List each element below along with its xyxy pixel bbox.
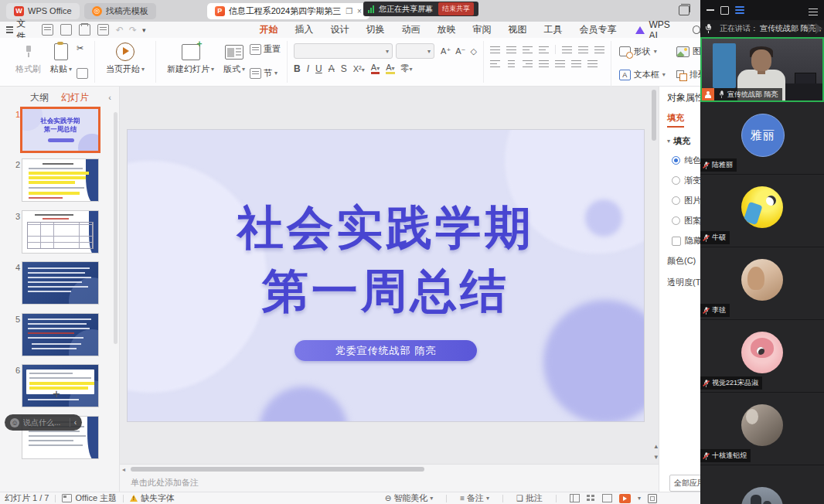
- shadow-button[interactable]: S: [341, 63, 347, 74]
- line-spacing-icon[interactable]: [578, 46, 588, 54]
- slide-thumbnail-4[interactable]: [22, 261, 99, 305]
- bullet-list-icon[interactable]: [490, 46, 500, 54]
- decrease-font-icon[interactable]: A⁻: [455, 46, 465, 56]
- section-button[interactable]: 节▾: [250, 67, 281, 79]
- collapse-panel-icon[interactable]: ‹: [108, 93, 111, 102]
- window-restore-button[interactable]: [679, 5, 690, 15]
- bold-button[interactable]: B: [294, 63, 301, 74]
- hscroll-left-icon[interactable]: ◂: [122, 466, 125, 473]
- tab-tools[interactable]: 工具: [535, 22, 570, 38]
- undo-icon[interactable]: ↶: [116, 25, 124, 36]
- normal-view-icon[interactable]: [570, 494, 580, 502]
- underline-button[interactable]: U: [315, 63, 322, 74]
- slide-title[interactable]: 社会实践学期 第一周总结: [128, 196, 644, 323]
- slide-thumbnail-2[interactable]: [22, 158, 99, 202]
- participant-tile[interactable]: 牛硕: [700, 175, 824, 247]
- beautify-button[interactable]: ⊖智能美化▾: [385, 492, 433, 504]
- italic-button[interactable]: I: [307, 63, 309, 74]
- number-list-icon[interactable]: [506, 46, 516, 54]
- format-painter-button[interactable]: 格式刷: [11, 41, 46, 77]
- columns-icon[interactable]: [571, 60, 581, 68]
- participant-tile[interactable]: 视觉221宋品淑: [700, 320, 824, 393]
- fill-gradient-option[interactable]: 渐变: [672, 175, 700, 186]
- print-icon[interactable]: [79, 24, 90, 36]
- font-name-select[interactable]: ▾: [294, 43, 393, 59]
- tab-review[interactable]: 审阅: [464, 22, 499, 38]
- increase-font-icon[interactable]: A⁺: [441, 46, 451, 56]
- export-icon[interactable]: [60, 24, 72, 36]
- save-icon[interactable]: [42, 24, 53, 36]
- tab-transition[interactable]: 切换: [357, 22, 393, 38]
- fill-pattern-option[interactable]: 图案: [672, 215, 700, 226]
- tab-slides[interactable]: 幻灯片: [61, 91, 89, 104]
- fill-section-header[interactable]: 填充: [673, 135, 690, 147]
- highlight-color-button[interactable]: A▾: [386, 63, 394, 74]
- stop-sharing-button[interactable]: 结束共享: [438, 2, 474, 15]
- shapes-button[interactable]: 形状▾: [619, 46, 666, 57]
- slide-sorter-view-icon[interactable]: [587, 495, 595, 502]
- slide-thumbnail-5[interactable]: [22, 313, 99, 356]
- layout-button[interactable]: 版式▾: [219, 41, 250, 77]
- add-slide-button[interactable]: +: [53, 387, 60, 402]
- align-center-icon[interactable]: [506, 60, 516, 68]
- previous-slide-button[interactable]: ▴: [654, 442, 658, 450]
- clear-format-icon[interactable]: ◇: [470, 46, 476, 56]
- chat-input-placeholder[interactable]: 说点什么...: [23, 417, 70, 428]
- tab-home[interactable]: 开始: [250, 22, 286, 38]
- emoji-icon[interactable]: ☺: [10, 418, 19, 427]
- tab-view[interactable]: 视图: [499, 22, 535, 38]
- print-preview-icon[interactable]: [97, 24, 109, 36]
- fill-solid-option[interactable]: 纯色: [672, 155, 700, 166]
- tab-close-icon[interactable]: ×: [357, 7, 362, 15]
- tab-design[interactable]: 设计: [322, 22, 357, 38]
- slide-thumbnail-3[interactable]: [22, 210, 99, 254]
- distribute-icon[interactable]: [555, 60, 565, 68]
- thumbnail-scrollbar[interactable]: [114, 112, 117, 344]
- notes-placeholder[interactable]: 单击此处添加备注: [131, 477, 199, 489]
- participant-tile[interactable]: 十核逢铝煌: [700, 393, 824, 465]
- next-slide-button[interactable]: ▾: [654, 453, 658, 461]
- strike-button[interactable]: A: [329, 63, 335, 74]
- tab-outline[interactable]: 大纲: [30, 91, 49, 104]
- tab-restore-icon[interactable]: ❐: [346, 7, 352, 15]
- notes-button[interactable]: ≡备注▾: [460, 492, 489, 504]
- text-direction-icon[interactable]: [562, 46, 572, 54]
- tab-animation[interactable]: 动画: [393, 22, 428, 38]
- font-color-button[interactable]: A▾: [371, 63, 380, 74]
- justify-icon[interactable]: [539, 60, 549, 68]
- play-from-current-button[interactable]: 当页开始▾: [101, 41, 149, 77]
- canvas-vertical-scrollbar[interactable]: [652, 90, 656, 141]
- meeting-chat-bar[interactable]: ☺ 说点什么... ‹: [5, 414, 82, 431]
- slide-thumbnail-6[interactable]: [22, 364, 99, 407]
- align-objects-icon[interactable]: [587, 60, 598, 68]
- participant-tile[interactable]: 李毬: [700, 247, 824, 320]
- slideshow-play-button[interactable]: [619, 494, 631, 503]
- decrease-indent-icon[interactable]: [523, 46, 533, 54]
- tab-member[interactable]: 会员专享: [570, 22, 625, 38]
- slide-canvas[interactable]: 社会实践学期 第一周总结 党委宣传统战部 隋亮: [128, 130, 644, 421]
- fill-hide-option[interactable]: 隐藏: [672, 235, 700, 247]
- meeting-collapse-icon[interactable]: [809, 6, 818, 14]
- convert-diagram-icon[interactable]: [594, 46, 604, 54]
- reset-button[interactable]: 重置: [250, 43, 281, 55]
- theme-name[interactable]: Office 主题: [75, 492, 117, 504]
- font-size-select[interactable]: ▾: [396, 43, 434, 59]
- chat-collapse-icon[interactable]: ‹: [70, 418, 77, 427]
- quick-access-caret-icon[interactable]: ▾: [142, 26, 146, 34]
- comment-button[interactable]: ❑批注: [516, 492, 543, 504]
- play-options-caret-icon[interactable]: ▾: [638, 495, 641, 502]
- align-right-icon[interactable]: [523, 60, 533, 68]
- tab-document-active[interactable]: P 信息工程系2024第四学期第三 ❐ ×: [207, 3, 369, 19]
- slide-thumbnail-1[interactable]: 社会实践学期第一周总结: [22, 108, 99, 152]
- fullscreen-icon[interactable]: [648, 494, 657, 503]
- increase-indent-icon[interactable]: [539, 46, 549, 54]
- align-left-icon[interactable]: [490, 60, 500, 68]
- horizontal-scrollbar[interactable]: [131, 467, 424, 472]
- tab-fill[interactable]: 填充: [667, 112, 684, 128]
- presenter-video-tile[interactable]: 宣传统战部 隋亮: [700, 37, 824, 102]
- tab-slideshow[interactable]: 放映: [428, 22, 464, 38]
- tab-insert[interactable]: 插入: [286, 22, 322, 38]
- redo-icon[interactable]: ↷: [129, 25, 137, 36]
- participant-tile[interactable]: 雅丽 陆雅丽: [700, 102, 824, 175]
- copy-button[interactable]: [77, 68, 88, 79]
